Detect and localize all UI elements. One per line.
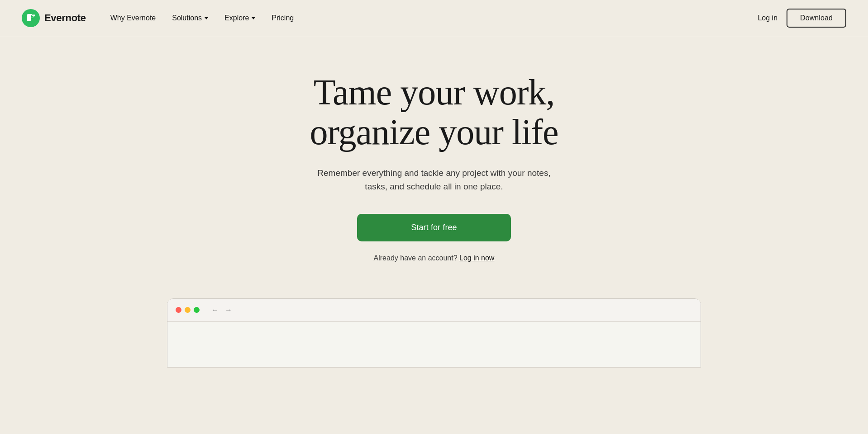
browser-toolbar: ← → (167, 299, 701, 322)
browser-content-area (167, 322, 701, 367)
hero-subtext: Remember everything and tackle any proje… (312, 166, 556, 194)
hero-section: Tame your work, organize your life Remem… (0, 36, 868, 289)
download-button[interactable]: Download (787, 9, 846, 28)
back-arrow-icon[interactable]: ← (210, 305, 220, 315)
browser-mockup: ← → (167, 298, 701, 368)
nav-pricing[interactable]: Pricing (265, 10, 300, 26)
browser-nav-arrows: ← → (210, 305, 234, 315)
window-maximize-dot (194, 307, 200, 313)
nav-left: Evernote Why Evernote Solutions Explore … (22, 9, 300, 27)
evernote-logo-icon (22, 9, 40, 27)
already-account-text: Already have an account? Log in now (374, 254, 495, 262)
nav-links: Why Evernote Solutions Explore Pricing (104, 10, 300, 26)
nav-solutions[interactable]: Solutions (166, 10, 215, 26)
navbar: Evernote Why Evernote Solutions Explore … (0, 0, 868, 36)
logo-text: Evernote (44, 12, 86, 24)
forward-arrow-icon[interactable]: → (223, 305, 234, 315)
browser-window-controls (176, 307, 200, 313)
explore-chevron-icon (252, 17, 255, 19)
nav-right: Log in Download (758, 9, 846, 28)
window-close-dot (176, 307, 181, 313)
hero-headline: Tame your work, organize your life (310, 72, 558, 152)
nav-why-evernote[interactable]: Why Evernote (104, 10, 162, 26)
login-link[interactable]: Log in (758, 14, 777, 22)
solutions-chevron-icon (205, 17, 208, 19)
browser-mockup-container: ← → (0, 298, 868, 368)
nav-explore[interactable]: Explore (218, 10, 262, 26)
start-free-button[interactable]: Start for free (357, 214, 511, 241)
window-minimize-dot (185, 307, 191, 313)
login-now-link[interactable]: Log in now (459, 254, 494, 262)
logo-link[interactable]: Evernote (22, 9, 86, 27)
svg-point-2 (33, 14, 34, 15)
